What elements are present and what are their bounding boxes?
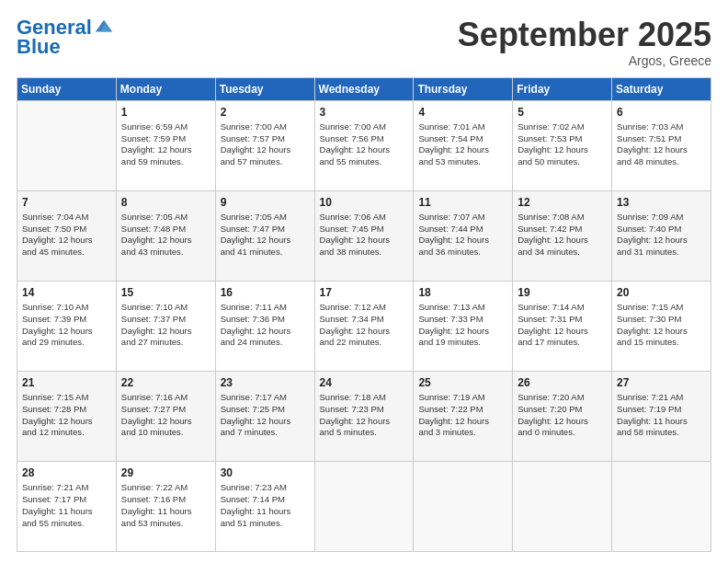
sunset-time: Sunset: 7:36 PM (221, 314, 310, 326)
week-row-5: 28Sunrise: 7:21 AMSunset: 7:17 PMDayligh… (17, 461, 711, 551)
table-row: 13Sunrise: 7:09 AMSunset: 7:40 PMDayligh… (612, 190, 711, 281)
sunset-time: Sunset: 7:23 PM (320, 404, 409, 416)
day-number: 13 (617, 195, 706, 210)
daylight-minutes: and 19 minutes. (418, 337, 507, 349)
day-number: 6 (617, 105, 706, 120)
table-row: 27Sunrise: 7:21 AMSunset: 7:19 PMDayligh… (612, 371, 711, 461)
day-number: 30 (221, 465, 310, 480)
daylight-hours: Daylight: 12 hours (121, 326, 210, 338)
day-number: 28 (22, 465, 111, 480)
sunrise-time: Sunrise: 7:22 AM (121, 482, 210, 494)
location: Argos, Greece (458, 53, 711, 68)
sunrise-time: Sunrise: 7:07 AM (418, 212, 507, 224)
col-monday: Monday (116, 77, 215, 100)
sunset-time: Sunset: 7:48 PM (121, 224, 210, 236)
sunrise-time: Sunrise: 7:18 AM (320, 392, 409, 404)
col-sunday: Sunday (17, 77, 117, 100)
day-number: 17 (320, 285, 409, 300)
daylight-minutes: and 34 minutes. (518, 247, 607, 259)
col-thursday: Thursday (414, 77, 513, 100)
table-row: 15Sunrise: 7:10 AMSunset: 7:37 PMDayligh… (116, 281, 215, 371)
table-row: 25Sunrise: 7:19 AMSunset: 7:22 PMDayligh… (414, 371, 513, 461)
table-row: 1Sunrise: 6:59 AMSunset: 7:59 PMDaylight… (116, 100, 215, 190)
table-row: 23Sunrise: 7:17 AMSunset: 7:25 PMDayligh… (215, 371, 314, 461)
sunset-time: Sunset: 7:51 PM (617, 133, 706, 145)
daylight-minutes: and 55 minutes. (320, 156, 409, 168)
daylight-hours: Daylight: 12 hours (121, 235, 210, 247)
daylight-minutes: and 41 minutes. (221, 247, 310, 259)
daylight-minutes: and 31 minutes. (617, 247, 706, 259)
sunrise-time: Sunrise: 7:08 AM (518, 212, 607, 224)
day-number: 5 (518, 105, 607, 120)
sunrise-time: Sunrise: 7:21 AM (617, 392, 706, 404)
sunset-time: Sunset: 7:45 PM (320, 224, 409, 236)
daylight-minutes: and 57 minutes. (221, 156, 310, 168)
daylight-hours: Daylight: 12 hours (22, 235, 111, 247)
day-number: 10 (320, 195, 409, 210)
daylight-hours: Daylight: 12 hours (320, 144, 409, 156)
sunset-time: Sunset: 7:47 PM (221, 224, 310, 236)
table-row: 29Sunrise: 7:22 AMSunset: 7:16 PMDayligh… (116, 461, 215, 551)
week-row-4: 21Sunrise: 7:15 AMSunset: 7:28 PMDayligh… (17, 371, 711, 461)
day-number: 8 (121, 195, 210, 210)
day-number: 14 (22, 285, 111, 300)
table-row: 10Sunrise: 7:06 AMSunset: 7:45 PMDayligh… (314, 190, 414, 281)
sunrise-time: Sunrise: 6:59 AM (121, 121, 210, 133)
col-wednesday: Wednesday (314, 77, 414, 100)
day-number: 4 (418, 105, 507, 120)
daylight-hours: Daylight: 12 hours (22, 416, 111, 428)
sunrise-time: Sunrise: 7:02 AM (518, 121, 607, 133)
day-number: 3 (320, 105, 409, 120)
day-number: 19 (518, 285, 607, 300)
sunset-time: Sunset: 7:22 PM (418, 404, 507, 416)
week-row-2: 7Sunrise: 7:04 AMSunset: 7:50 PMDaylight… (17, 190, 711, 281)
table-row: 16Sunrise: 7:11 AMSunset: 7:36 PMDayligh… (215, 281, 314, 371)
week-row-3: 14Sunrise: 7:10 AMSunset: 7:39 PMDayligh… (17, 281, 711, 371)
daylight-minutes: and 53 minutes. (121, 518, 210, 530)
day-number: 27 (617, 375, 706, 390)
daylight-minutes: and 38 minutes. (320, 247, 409, 259)
sunset-time: Sunset: 7:42 PM (518, 224, 607, 236)
day-number: 23 (221, 375, 310, 390)
day-number: 24 (320, 375, 409, 390)
daylight-hours: Daylight: 12 hours (22, 326, 111, 338)
sunrise-time: Sunrise: 7:17 AM (221, 392, 310, 404)
sunset-time: Sunset: 7:14 PM (221, 494, 310, 506)
day-number: 9 (221, 195, 310, 210)
table-row: 22Sunrise: 7:16 AMSunset: 7:27 PMDayligh… (116, 371, 215, 461)
day-number: 20 (617, 285, 706, 300)
sunrise-time: Sunrise: 7:14 AM (518, 302, 607, 314)
daylight-minutes: and 45 minutes. (22, 247, 111, 259)
sunrise-time: Sunrise: 7:00 AM (221, 121, 310, 133)
daylight-hours: Daylight: 12 hours (518, 144, 607, 156)
col-saturday: Saturday (612, 77, 711, 100)
sunrise-time: Sunrise: 7:15 AM (617, 302, 706, 314)
table-row: 26Sunrise: 7:20 AMSunset: 7:20 PMDayligh… (513, 371, 612, 461)
sunset-time: Sunset: 7:27 PM (121, 404, 210, 416)
table-row: 11Sunrise: 7:07 AMSunset: 7:44 PMDayligh… (414, 190, 513, 281)
table-row: 5Sunrise: 7:02 AMSunset: 7:53 PMDaylight… (513, 100, 612, 190)
day-number: 1 (121, 105, 210, 120)
sunset-time: Sunset: 7:16 PM (121, 494, 210, 506)
table-row: 12Sunrise: 7:08 AMSunset: 7:42 PMDayligh… (513, 190, 612, 281)
day-number: 16 (221, 285, 310, 300)
sunset-time: Sunset: 7:19 PM (617, 404, 706, 416)
sunrise-time: Sunrise: 7:04 AM (22, 212, 111, 224)
sunset-time: Sunset: 7:56 PM (320, 133, 409, 145)
daylight-hours: Daylight: 12 hours (418, 235, 507, 247)
sunset-time: Sunset: 7:54 PM (418, 133, 507, 145)
daylight-hours: Daylight: 12 hours (221, 235, 310, 247)
daylight-hours: Daylight: 12 hours (418, 416, 507, 428)
daylight-minutes: and 15 minutes. (617, 337, 706, 349)
daylight-hours: Daylight: 11 hours (221, 506, 310, 518)
day-number: 21 (22, 375, 111, 390)
sunset-time: Sunset: 7:30 PM (617, 314, 706, 326)
table-row: 18Sunrise: 7:13 AMSunset: 7:33 PMDayligh… (414, 281, 513, 371)
sunrise-time: Sunrise: 7:21 AM (22, 482, 111, 494)
day-number: 26 (518, 375, 607, 390)
sunrise-time: Sunrise: 7:05 AM (221, 212, 310, 224)
day-number: 11 (418, 195, 507, 210)
daylight-hours: Daylight: 12 hours (320, 326, 409, 338)
sunset-time: Sunset: 7:33 PM (418, 314, 507, 326)
daylight-minutes: and 24 minutes. (221, 337, 310, 349)
